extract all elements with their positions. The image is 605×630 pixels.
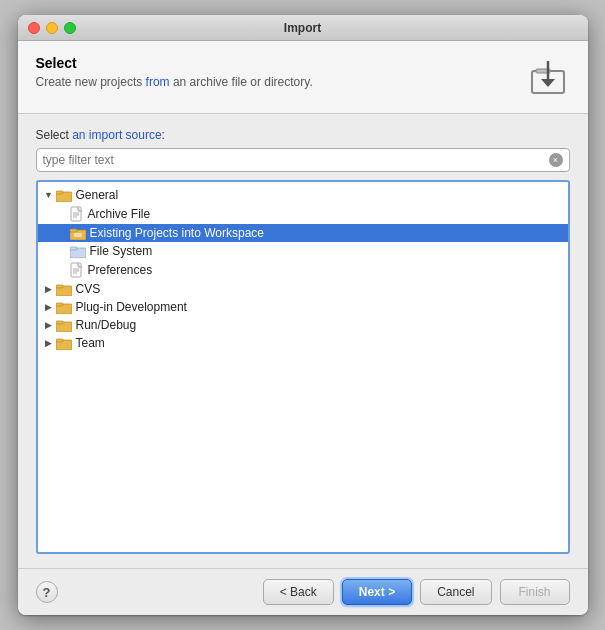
close-button[interactable] (28, 22, 40, 34)
next-button[interactable]: Next > (342, 579, 412, 605)
tree-item-preferences[interactable]: Preferences (38, 260, 568, 280)
import-dialog: Import Select Create new projects from a… (18, 15, 588, 615)
folder-icon-team (56, 337, 72, 350)
tree-item-archive-file[interactable]: Archive File (38, 204, 568, 224)
filter-clear-button[interactable]: × (549, 153, 563, 167)
tree-item-existing-projects[interactable]: Existing Projects into Workspace (38, 224, 568, 242)
toggle-team[interactable] (42, 336, 56, 350)
maximize-button[interactable] (64, 22, 76, 34)
filter-input[interactable] (43, 153, 549, 167)
file-icon-archive (70, 206, 84, 222)
folder-icon-plugin (56, 301, 72, 314)
header-description: Create new projects from an archive file… (36, 75, 313, 89)
tree-label-run-debug: Run/Debug (76, 318, 137, 332)
tree-label-archive-file: Archive File (88, 207, 151, 221)
minimize-button[interactable] (46, 22, 58, 34)
svg-marker-3 (541, 79, 555, 87)
help-button[interactable]: ? (36, 581, 58, 603)
svg-rect-5 (56, 191, 63, 194)
svg-rect-11 (70, 229, 77, 232)
tree-item-cvs[interactable]: CVS (38, 280, 568, 298)
svg-rect-24 (56, 321, 63, 324)
filter-box[interactable]: × (36, 148, 570, 172)
svg-rect-14 (70, 247, 77, 250)
tree-item-general[interactable]: General (38, 186, 568, 204)
window-content: Select Create new projects from an archi… (18, 41, 588, 615)
svg-rect-20 (56, 285, 63, 288)
folder-icon-run-debug (56, 319, 72, 332)
tree-label-existing-projects: Existing Projects into Workspace (90, 226, 265, 240)
toggle-cvs[interactable] (42, 282, 56, 296)
main-section: Select an import source: × General (18, 114, 588, 568)
folder-icon-general (56, 189, 72, 202)
file-icon-preferences (70, 262, 84, 278)
footer-section: ? < Back Next > Cancel Finish (18, 568, 588, 615)
tree-label-plugin-development: Plug-in Development (76, 300, 187, 314)
tree-item-file-system[interactable]: File System (38, 242, 568, 260)
toggle-general[interactable] (42, 188, 56, 202)
tree-item-plugin-development[interactable]: Plug-in Development (38, 298, 568, 316)
tree-item-team[interactable]: Team (38, 334, 568, 352)
svg-rect-12 (74, 233, 82, 237)
tree-item-run-debug[interactable]: Run/Debug (38, 316, 568, 334)
back-button[interactable]: < Back (263, 579, 334, 605)
tree-label-team: Team (76, 336, 105, 350)
svg-rect-22 (56, 303, 63, 306)
import-source-label: Select an import source: (36, 128, 570, 142)
tree-label-preferences: Preferences (88, 263, 153, 277)
header-text: Select Create new projects from an archi… (36, 55, 313, 89)
traffic-lights (28, 22, 76, 34)
svg-rect-26 (56, 339, 63, 342)
window-title: Import (284, 21, 321, 35)
title-bar: Import (18, 15, 588, 41)
cancel-button[interactable]: Cancel (420, 579, 491, 605)
header-icon (526, 55, 570, 99)
toggle-plugin-development[interactable] (42, 300, 56, 314)
tree-label-cvs: CVS (76, 282, 101, 296)
tree-view[interactable]: General Archive File Existing Pr (36, 180, 570, 554)
import-icon-svg (528, 57, 568, 97)
tree-label-file-system: File System (90, 244, 153, 258)
finish-button[interactable]: Finish (500, 579, 570, 605)
folder-icon-existing (70, 227, 86, 240)
header-link: from (146, 75, 170, 89)
toggle-run-debug[interactable] (42, 318, 56, 332)
folder-icon-cvs (56, 283, 72, 296)
header-title: Select (36, 55, 313, 71)
folder-icon-filesystem (70, 245, 86, 258)
footer-buttons: < Back Next > Cancel Finish (263, 579, 570, 605)
header-section: Select Create new projects from an archi… (18, 41, 588, 114)
tree-label-general: General (76, 188, 119, 202)
import-source-link: an import source (72, 128, 161, 142)
footer-left: ? (36, 581, 58, 603)
